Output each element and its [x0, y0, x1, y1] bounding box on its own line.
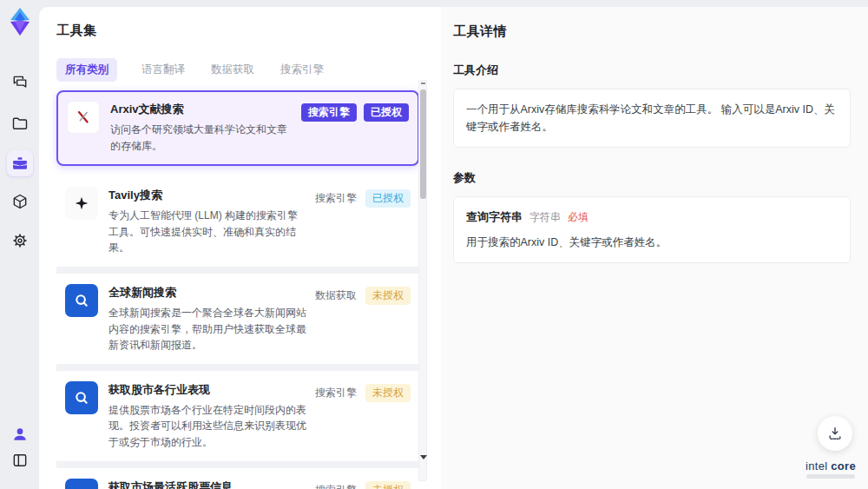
user-icon[interactable] — [7, 421, 33, 447]
param-required-flag: 必填 — [568, 209, 589, 226]
scrollbar-down-arrow[interactable] — [420, 455, 427, 459]
auth-badge: 已授权 — [365, 189, 411, 208]
tab-search-engine[interactable]: 搜索引擎 — [279, 58, 326, 82]
tool-title: 获取市场最活跃股票信息 — [108, 479, 306, 489]
auth-badge: 未授权 — [365, 384, 411, 402]
category-tabs: 所有类别 语言翻译 数据获取 搜索引擎 — [56, 58, 441, 82]
auth-badge: 未授权 — [365, 481, 411, 489]
list-item-arxiv-selected[interactable]: Arxiv文献搜索 访问各个研究领域大量科学论文和文章的存储库。 搜索引擎 已授… — [56, 90, 419, 166]
category-label: 搜索引擎 — [313, 189, 358, 208]
tool-detail-panel: 工具详情 工具介绍 一个用于从Arxiv存储库搜索科学论文和文章的工具。 输入可… — [441, 7, 868, 489]
toolset-title: 工具集 — [56, 23, 441, 39]
scrollbar-up-arrow[interactable] — [421, 83, 425, 84]
news-search-icon — [65, 284, 98, 317]
tab-all-categories[interactable]: 所有类别 — [56, 58, 117, 82]
list-scrollbar[interactable] — [418, 80, 427, 481]
tool-description: 提供股票市场各个行业在特定时间段内的表现。投资者可以利用这些信息来识别表现优于或… — [108, 402, 306, 451]
tool-title: 全球新闻搜索 — [108, 285, 306, 301]
category-label: 数据获取 — [313, 287, 358, 305]
arxiv-icon — [67, 101, 100, 134]
tool-title: 获取股市各行业表现 — [108, 382, 306, 398]
intro-box: 一个用于从Arxiv存储库搜索科学论文和文章的工具。 输入可以是Arxiv ID… — [453, 89, 851, 148]
list-item-global-news[interactable]: 全球新闻搜索 全球新闻搜索是一个聚合全球各大新闻网站内容的搜索引擎，帮助用户快速… — [56, 274, 419, 371]
list-item-sector-performance[interactable]: 获取股市各行业表现 提供股票市场各个行业在特定时间段内的表现。投资者可以利用这些… — [56, 371, 419, 468]
tavily-sparkle-icon — [65, 187, 98, 220]
stock-search-icon — [65, 479, 98, 489]
tab-language-translation[interactable]: 语言翻译 — [140, 58, 187, 82]
intel-core-logo: intel core — [806, 459, 856, 479]
intro-heading: 工具介绍 — [453, 63, 851, 78]
toolset-panel: 工具集 所有类别 语言翻译 数据获取 搜索引擎 A — [39, 7, 441, 489]
params-heading: 参数 — [453, 170, 851, 186]
tool-description: 全球新闻搜索是一个聚合全球各大新闻网站内容的搜索引擎，帮助用户快速获取全球最新资… — [108, 305, 306, 354]
tool-title: Tavily搜索 — [108, 188, 306, 203]
category-badge: 搜索引擎 — [301, 103, 357, 122]
settings-gear-icon[interactable] — [7, 228, 33, 254]
param-name: 查询字符串 — [466, 208, 523, 227]
tool-description: 访问各个研究领域大量科学论文和文章的存储库。 — [110, 122, 294, 154]
tab-data-acquisition[interactable]: 数据获取 — [209, 58, 256, 82]
chat-icon[interactable] — [7, 69, 33, 96]
app-window: 工具集 所有类别 语言翻译 数据获取 搜索引擎 A — [0, 0, 868, 489]
intel-logo-subtext — [806, 474, 855, 479]
intro-text: 一个用于从Arxiv存储库搜索科学论文和文章的工具。 输入可以是Arxiv ID… — [466, 103, 835, 133]
tool-title: Arxiv文献搜索 — [110, 102, 294, 117]
auth-badge: 未授权 — [365, 287, 411, 305]
briefcase-icon[interactable] — [7, 150, 33, 176]
auth-badge: 已授权 — [364, 103, 409, 122]
download-button[interactable] — [818, 416, 852, 451]
panel-toggle-icon[interactable] — [7, 447, 33, 473]
cube-icon[interactable] — [7, 188, 33, 215]
detail-title: 工具详情 — [453, 23, 851, 40]
market-search-icon — [65, 381, 98, 414]
param-description: 用于搜索的Arxiv ID、关键字或作者姓名。 — [466, 234, 838, 251]
app-logo-icon — [6, 7, 34, 36]
list-item-tavily[interactable]: Tavily搜索 专为人工智能代理 (LLM) 构建的搜索引擎工具。可快速提供实… — [56, 176, 419, 274]
category-label: 搜索引擎 — [313, 481, 358, 489]
sidebar — [0, 0, 39, 489]
tool-description: 专为人工智能代理 (LLM) 构建的搜索引擎工具。可快速提供实时、准确和真实的结… — [108, 208, 306, 256]
folder-icon[interactable] — [7, 110, 33, 136]
scrollbar-thumb[interactable] — [420, 89, 426, 199]
param-box: 查询字符串 字符串 必填 用于搜索的Arxiv ID、关键字或作者姓名。 — [453, 196, 851, 263]
param-type: 字符串 — [529, 209, 561, 226]
tool-list: Arxiv文献搜索 访问各个研究领域大量科学论文和文章的存储库。 搜索引擎 已授… — [56, 90, 419, 489]
list-item-active-stocks[interactable]: 获取市场最活跃股票信息 提供当天交易量最高的股票列表，投资者可以利用这些信息来识… — [56, 468, 419, 489]
category-label: 搜索引擎 — [313, 384, 358, 402]
main-area: 工具集 所有类别 语言翻译 数据获取 搜索引擎 A — [39, 7, 868, 489]
